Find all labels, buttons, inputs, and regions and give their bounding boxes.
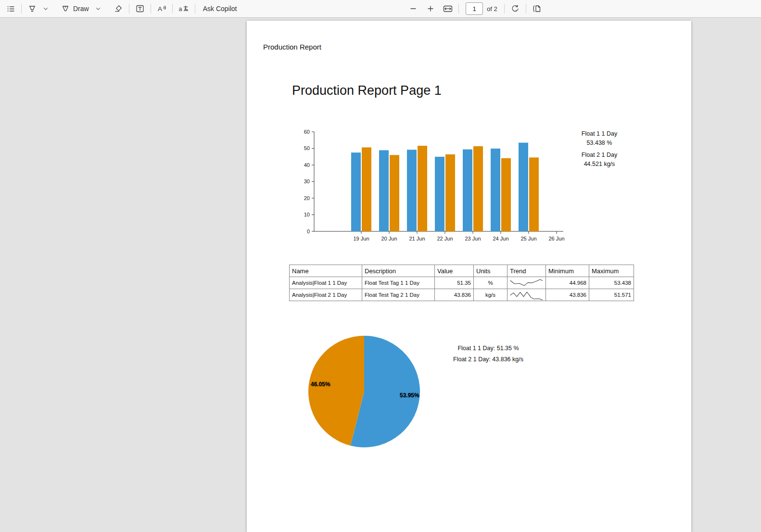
erase-button[interactable]	[112, 2, 125, 15]
page-title: Production Report Page 1	[292, 83, 442, 98]
table-cell: 53.438	[589, 277, 634, 289]
report-header: Production Report	[263, 43, 321, 51]
read-aloud-button[interactable]: A	[155, 2, 168, 15]
table-header-cell: Name	[290, 265, 362, 277]
zoom-out-icon	[409, 5, 417, 13]
highlight-button[interactable]	[25, 2, 39, 15]
zoom-in-icon	[427, 5, 434, 13]
trend-sparkline	[509, 278, 543, 288]
trend-sparkline	[509, 290, 543, 300]
page-view-button[interactable]	[530, 2, 544, 15]
table-of-contents-button[interactable]	[4, 2, 17, 15]
svg-text:50: 50	[304, 145, 310, 151]
table-cell: 51.571	[589, 289, 634, 301]
text-box-icon	[135, 4, 145, 13]
toolbar-divider	[504, 4, 505, 13]
svg-text:19 Jun: 19 Jun	[353, 236, 369, 241]
table-header-cell: Units	[474, 265, 507, 277]
toolbar-divider	[172, 4, 173, 13]
zoom-in-button[interactable]	[424, 2, 437, 15]
pdf-toolbar: Draw	[0, 0, 761, 18]
table-of-contents-icon	[6, 4, 15, 13]
table-header-cell: Value	[435, 265, 474, 277]
toolbar-divider	[195, 4, 195, 13]
toolbar-left-group: Draw	[0, 2, 241, 15]
svg-text:22 Jun: 22 Jun	[437, 236, 453, 241]
table-header-cell: Minimum	[546, 265, 589, 277]
svg-text:25 Jun: 25 Jun	[520, 236, 536, 241]
toolbar-right-group: of 2	[406, 0, 544, 17]
eraser-icon	[114, 4, 123, 13]
bar-chart-legend: Float 1 1 Day 53.438 % Float 2 1 Day 44.…	[551, 129, 647, 169]
tag-data-table: NameDescriptionValueUnitsTrendMinimumMax…	[289, 265, 634, 301]
svg-text:40: 40	[304, 162, 310, 168]
svg-text:21 Jun: 21 Jun	[409, 236, 425, 241]
rotate-button[interactable]	[508, 2, 522, 15]
toolbar-divider	[129, 4, 129, 13]
table-cell: 43.836	[435, 289, 474, 301]
pie-legend-line1: Float 1 1 Day: 51.35 %	[428, 345, 548, 352]
draw-button[interactable]: Draw	[59, 2, 91, 15]
highlighter-icon	[27, 4, 37, 13]
svg-text:0: 0	[307, 228, 310, 234]
pie-chart	[306, 334, 422, 449]
ask-copilot-button[interactable]: Ask Copilot	[199, 2, 241, 15]
pie-legend-line2: Float 2 1 Day: 43.836 kg/s	[428, 356, 548, 363]
translate-button[interactable]: a	[177, 2, 191, 15]
table-row: Analysis|Float 2 1 DayFloat Test Tag 2 1…	[290, 289, 634, 301]
add-text-button[interactable]	[133, 2, 147, 15]
fit-width-icon	[443, 4, 453, 13]
svg-text:24 Jun: 24 Jun	[493, 236, 508, 241]
zoom-out-button[interactable]	[406, 2, 420, 15]
trend-sparkline-cell	[507, 289, 546, 301]
translate-icon: a	[178, 4, 190, 13]
table-header-cell: Description	[362, 265, 435, 277]
svg-text:A: A	[158, 5, 162, 13]
table-header-row: NameDescriptionValueUnitsTrendMinimumMax…	[290, 265, 634, 277]
table-cell: %	[474, 277, 507, 289]
legend-series2-name: Float 2 1 Day	[551, 151, 647, 160]
svg-text:26 Jun: 26 Jun	[548, 236, 564, 241]
toolbar-divider	[526, 4, 526, 13]
page-view-icon	[532, 4, 542, 13]
toolbar-divider	[151, 4, 151, 13]
legend-series1-name: Float 1 1 Day	[551, 129, 647, 139]
draw-button-label: Draw	[73, 5, 89, 13]
table-cell: Analysis|Float 1 1 Day	[290, 277, 362, 289]
svg-text:10: 10	[304, 212, 310, 217]
pie-chart-legend: Float 1 1 Day: 51.35 % Float 2 1 Day: 43…	[428, 345, 548, 363]
svg-text:30: 30	[304, 178, 310, 184]
table-cell: Float Test Tag 1 1 Day	[362, 277, 435, 289]
table-header-cell: Trend	[507, 265, 546, 277]
page-count-label: of 2	[487, 5, 497, 13]
fit-to-width-button[interactable]	[441, 2, 455, 15]
chevron-down-icon	[95, 5, 101, 12]
legend-series2-value: 44.521 kg/s	[551, 160, 647, 169]
table-cell: kg/s	[474, 289, 507, 301]
table-cell: Analysis|Float 2 1 Day	[290, 289, 362, 301]
legend-series1-value: 53.438 %	[551, 139, 647, 148]
table-cell: 51.35	[435, 277, 474, 289]
page-number-input[interactable]	[466, 2, 483, 15]
bar-chart-svg: 010203040506019 Jun20 Jun21 Jun22 Jun23 …	[295, 126, 574, 247]
rotate-icon	[510, 4, 520, 13]
highlight-options-button[interactable]	[39, 2, 52, 15]
table-cell: Float Test Tag 2 1 Day	[362, 289, 435, 301]
draw-pen-icon	[61, 4, 70, 13]
svg-text:a: a	[178, 6, 182, 13]
chevron-down-icon	[42, 5, 49, 12]
table-row: Analysis|Float 1 1 DayFloat Test Tag 1 1…	[290, 277, 634, 289]
draw-options-button[interactable]	[91, 2, 105, 15]
table-cell: 43.836	[546, 289, 589, 301]
pdf-page: Production Report Production Report Page…	[247, 21, 691, 532]
svg-text:60: 60	[304, 129, 310, 135]
trend-sparkline-cell	[507, 277, 546, 289]
table-header-cell: Maximum	[589, 265, 634, 277]
read-aloud-icon: A	[156, 4, 167, 13]
pie-chart-svg	[306, 334, 422, 449]
table-cell: 44.968	[546, 277, 589, 289]
pie-slice-label-blue: 53.95%	[400, 392, 419, 399]
toolbar-divider	[458, 4, 459, 13]
toolbar-divider	[21, 4, 22, 13]
svg-text:20 Jun: 20 Jun	[381, 236, 397, 241]
